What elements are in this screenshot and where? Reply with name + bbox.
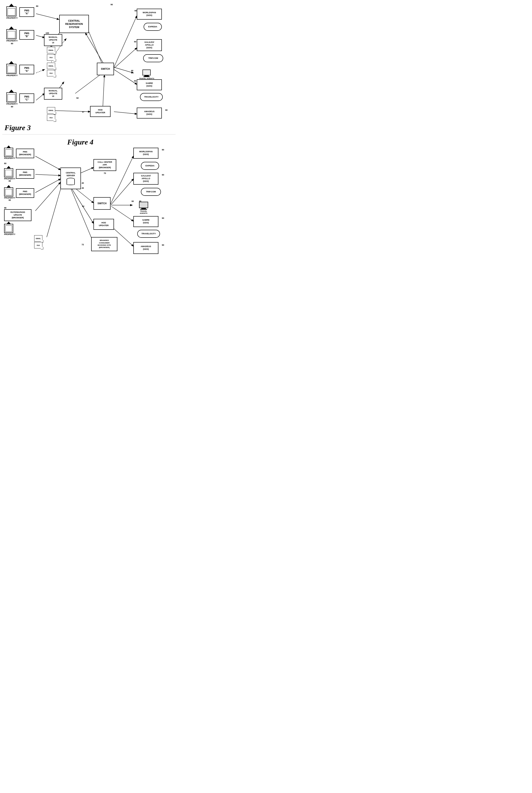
email-doc-4: EMAIL <box>34 235 42 242</box>
label-80-2: 80 <box>6 42 18 45</box>
label-90-5: 90 <box>165 109 168 111</box>
property-4-4: PROPERTY <box>4 224 16 235</box>
svg-line-28 <box>111 206 133 221</box>
hod-updater-4: HOD UPDATER <box>93 219 114 230</box>
label-90-4: 90 <box>134 80 136 82</box>
email-doc-1: EMAIL <box>47 47 55 53</box>
label-45: 45 <box>82 187 84 189</box>
label-90-1: 90 <box>111 3 113 6</box>
label-90-4-5: 90 <box>162 244 164 246</box>
svg-line-7 <box>75 73 102 93</box>
svg-line-15 <box>114 112 137 114</box>
svg-line-0 <box>36 14 59 19</box>
pms-a2-box: PMS "A" <box>19 65 34 74</box>
property-4: PROPERTY 80 <box>6 92 18 107</box>
label-80-4-1: 80 <box>4 162 6 165</box>
svg-line-2 <box>86 33 104 64</box>
pms-a1-box: PMS "A" <box>19 7 34 17</box>
amadeus-box-4: AMADEUS (GDS) <box>133 242 158 254</box>
galileo-box: GALILEO/ APOLLO (GDS) <box>137 39 162 51</box>
sabre-box: SABRE (GDS) <box>137 79 162 90</box>
svg-line-18 <box>35 156 60 170</box>
travelocity-bubble: TRAVELOCITY <box>140 93 163 101</box>
email-doc-3: EMAIL <box>47 107 55 114</box>
property-3: PROPERTY <box>6 64 18 77</box>
travel-agents-4: TRAVELAGENTS <box>139 202 148 214</box>
amadeus-box: AMADEUS (GDS) <box>137 108 162 118</box>
svg-line-20 <box>35 179 60 193</box>
svg-line-11 <box>54 111 90 112</box>
label-90-3: 90 <box>134 41 136 43</box>
worldspan-box-4: WORLDSPAN (GDS) <box>133 148 158 159</box>
label-80-1: 80 <box>36 5 38 7</box>
manual-update-ui-1: MANUAL UPDATE UI <box>44 34 62 46</box>
fax-doc-4: FAX <box>34 242 42 248</box>
pms-browser-1: PMS (BROWSER) <box>16 149 34 158</box>
rate-inv-box: RATE/INV/HOD UPDATE (BROWSER) <box>4 209 32 221</box>
label-90-4-4: 90 <box>162 217 164 219</box>
galileo-box-4: GALILEO/ APOLLO (GDS) <box>133 173 158 185</box>
svg-line-27 <box>111 179 133 205</box>
label-80-4-2: 80 <box>4 180 16 182</box>
svg-line-13 <box>114 48 137 69</box>
svg-line-19 <box>35 174 60 175</box>
label-90-4-3: 90 <box>132 200 134 203</box>
expedia-bubble: EXPEDIA <box>144 23 162 31</box>
label-70: 70 <box>104 172 106 174</box>
label-90-4-2: 90 <box>162 174 164 176</box>
svg-line-25 <box>71 188 93 243</box>
branded-box: BRANDED CONSUMER BOOKING SITE (BROWSER) <box>91 237 117 251</box>
worldspan-box: WORLDSPAN (GDS) <box>137 9 162 20</box>
svg-line-1 <box>89 32 102 65</box>
travel-agents-icon: TRAVEL AGENTS <box>139 70 154 79</box>
svg-line-4 <box>36 35 44 38</box>
fax-doc-2: FAX <box>47 70 55 76</box>
figure-4: Figure 4 CENTRAL SERVER 40 45 SWITCH 92 … <box>2 137 175 271</box>
expedia-bubble-4: EXPEDIA <box>141 162 159 170</box>
label-90-2: 90 <box>134 10 137 12</box>
pms-c-box: PMS "C" <box>19 93 34 103</box>
label-92-4: 92 <box>82 205 84 207</box>
property-2: PROPERTY 80 <box>6 29 18 44</box>
fax-doc-3: FAX <box>47 114 55 121</box>
label-72: 72 <box>82 243 84 246</box>
hod-updater: HOD UPDATER <box>90 106 111 117</box>
svg-line-12 <box>114 16 137 67</box>
property-4-1: PROPERTY <box>4 148 16 159</box>
manual-update-ui-2: MANUAL UPDATE UI <box>44 88 62 100</box>
label-98: 98 <box>4 207 6 209</box>
svg-line-10 <box>36 93 44 100</box>
figure-3: Figure 3 CENTRAL RESERVATION SYSTEM 90 S… <box>2 2 175 134</box>
svg-line-22 <box>47 186 61 237</box>
pms-b-box: PMS "B" <box>19 30 34 40</box>
label-40: 40 <box>82 182 84 184</box>
svg-line-6 <box>36 70 44 73</box>
pms-browser-2: PMS (BROWSER) <box>16 169 34 179</box>
diagram-container: Figure 3 CENTRAL RESERVATION SYSTEM 90 S… <box>2 2 175 271</box>
label-97: 97 <box>82 111 84 113</box>
property-4-3: PROPERTY 80 <box>4 187 16 201</box>
figure-3-label: Figure 3 <box>4 124 31 132</box>
label-92: 92 <box>76 97 79 99</box>
tripcom-bubble: TRIP.COM <box>143 54 163 62</box>
switch-box-4: SWITCH <box>93 197 111 210</box>
svg-line-21 <box>35 182 60 211</box>
switch-box: SWITCH <box>97 63 114 75</box>
label-100: 100 <box>45 32 49 34</box>
call-center-box: CALL CENTER APP. (BROWSER) <box>93 159 116 171</box>
label-95: 95 <box>131 70 133 72</box>
central-server-box: CENTRAL SERVER <box>60 168 81 189</box>
svg-line-16 <box>114 67 133 73</box>
fax-doc-1: FAX <box>47 54 55 61</box>
property-4-2: PROPERTY 80 <box>4 168 16 182</box>
label-80-4: 80 <box>6 106 18 108</box>
label-90-4-1: 90 <box>162 149 164 151</box>
travelocity-bubble-4: TRAVELOCITY <box>137 230 160 238</box>
pms-browser-3: PMS (BROWSER) <box>16 188 34 198</box>
email-doc-2: EMAIL <box>47 63 55 69</box>
crs-box: CENTRAL RESERVATION SYSTEM <box>59 15 89 33</box>
property-1: PROPERTY <box>6 6 18 19</box>
figure-4-label: Figure 4 <box>67 138 93 146</box>
sabre-box-4: SABRE (GDS) <box>133 216 158 227</box>
tripcom-bubble-4: TRIP.COM <box>141 188 161 196</box>
